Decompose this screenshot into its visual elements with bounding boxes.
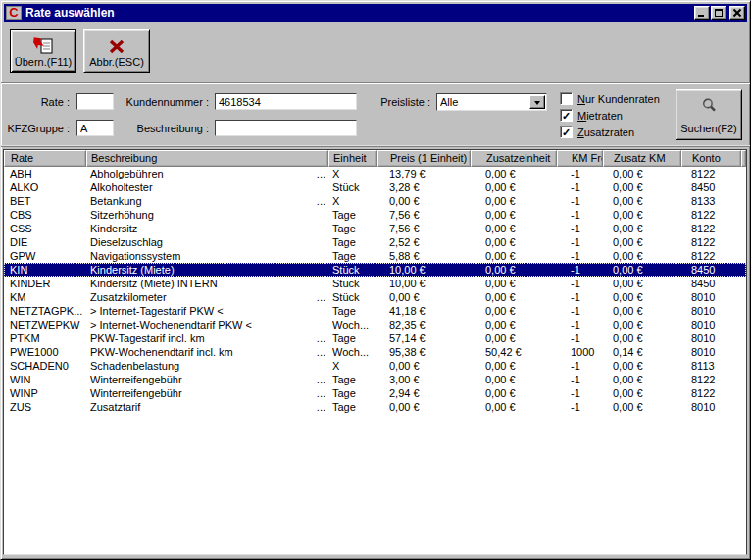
cell-zusatzeinheit: 0,00 € bbox=[471, 180, 557, 194]
column-header-zusatz-km[interactable]: Zusatz KM bbox=[603, 150, 681, 167]
beschreibung-text: Kindersitz bbox=[90, 222, 137, 235]
cell-beschreibung: Abholgebühren... bbox=[86, 167, 328, 180]
cell-einheit: Tage bbox=[328, 249, 377, 263]
apply-button[interactable]: Übern.(F11) bbox=[10, 29, 76, 73]
checkbox-zusatzraten[interactable]: ✓ Zusatzraten bbox=[560, 124, 660, 140]
table-row[interactable]: CSSKindersitzTage7,56 €0,00 €-10,00 €812… bbox=[4, 222, 746, 235]
column-header-km-frei[interactable]: KM Frei bbox=[557, 150, 603, 167]
cell-zusatz_km: 0,00 € bbox=[603, 235, 681, 249]
search-button[interactable]: Suchen(F2) bbox=[676, 89, 742, 140]
table-row[interactable]: BETBetankung...X0,00 €0,00 €-10,00 €8133 bbox=[4, 194, 746, 208]
cell-beschreibung: PKW-Wochenendtarif incl. km... bbox=[86, 345, 328, 359]
table-row[interactable]: WINWinterreifengebühr...Tage3,00 €0,00 €… bbox=[4, 373, 746, 386]
column-header-preis[interactable]: Preis (1 Einheit) bbox=[377, 150, 471, 167]
maximize-button[interactable] bbox=[711, 6, 726, 20]
beschreibung-label: Beschreibung : bbox=[117, 123, 209, 134]
cell-konto: 8010 bbox=[681, 345, 741, 359]
cell-konto: 8122 bbox=[681, 222, 741, 235]
cancel-button[interactable]: Abbr.(ESC) bbox=[83, 29, 150, 73]
beschreibung-text: Zusatzkilometer bbox=[90, 290, 167, 304]
table-row[interactable]: GPWNavigationssystemTage5,88 €0,00 €-10,… bbox=[4, 249, 746, 263]
cell-konto: 8122 bbox=[681, 208, 741, 222]
beschreibung-text: Schadenbelastung bbox=[90, 359, 179, 373]
beschreibung-text: Navigationssystem bbox=[90, 249, 180, 263]
cell-zusatz_km: 0,14 € bbox=[603, 345, 681, 359]
cell-einheit: Stück bbox=[328, 277, 377, 290]
cell-km_frei: -1 bbox=[557, 235, 603, 249]
dropdown-button[interactable] bbox=[529, 95, 545, 109]
cell-km_frei: -1 bbox=[557, 263, 603, 277]
rate-input[interactable] bbox=[76, 93, 114, 110]
checkbox-box[interactable]: ✓ bbox=[560, 109, 573, 122]
app-logo-icon: C bbox=[6, 6, 22, 20]
cell-konto: 8010 bbox=[681, 290, 741, 304]
checkbox-box[interactable]: ✓ bbox=[560, 92, 573, 105]
kfzgruppe-input[interactable] bbox=[76, 120, 114, 136]
table-row[interactable]: KINKindersitz (Miete)Stück10,00 €0,00 €-… bbox=[4, 263, 746, 277]
cell-zusatz_km: 0,00 € bbox=[603, 222, 681, 235]
table-row[interactable]: PTKMPKW-Tagestarif incl. km...Tage57,14 … bbox=[4, 331, 746, 345]
cell-zusatz_km: 0,00 € bbox=[603, 318, 681, 331]
cell-zusatzeinheit: 0,00 € bbox=[471, 400, 557, 414]
cell-preis: 0,00 € bbox=[377, 400, 471, 414]
beschreibung-text: > Internet-Tagestarif PKW < bbox=[90, 304, 224, 318]
table-row[interactable]: KINDERKindersitz (Miete) INTERNStück10,0… bbox=[4, 277, 746, 290]
column-header-rate[interactable]: Rate bbox=[4, 150, 86, 167]
table-row[interactable]: KMZusatzkilometer...Stück0,00 €0,00 €-10… bbox=[4, 290, 746, 304]
column-header-einheit[interactable]: Einheit bbox=[328, 150, 377, 167]
cell-preis: 0,00 € bbox=[377, 359, 471, 373]
cell-zusatzeinheit: 0,00 € bbox=[471, 194, 557, 208]
close-button[interactable] bbox=[729, 6, 745, 20]
column-header-zusatzeinheit[interactable]: Zusatzeinheit bbox=[471, 150, 557, 167]
cell-km_frei: 1000 bbox=[557, 345, 603, 359]
checkbox-box[interactable]: ✓ bbox=[560, 126, 573, 138]
cell-preis: 95,38 € bbox=[377, 345, 471, 359]
table-row[interactable]: ZUSZusatztarif...Tage0,00 €0,00 €-10,00 … bbox=[4, 400, 746, 414]
cell-rate: CSS bbox=[4, 222, 86, 235]
cell-km_frei: -1 bbox=[557, 167, 603, 180]
table-row[interactable]: DIEDieselzuschlagTage2,52 €0,00 €-10,00 … bbox=[4, 235, 746, 249]
table-row[interactable]: NETZWEPKW> Internet-Wochenendtarif PKW <… bbox=[4, 318, 746, 331]
kfzgruppe-label: KFZGruppe : bbox=[1, 123, 70, 134]
cell-zusatz_km: 0,00 € bbox=[603, 290, 681, 304]
checkbox-nur-kundenraten[interactable]: ✓ Nur Kundenraten bbox=[560, 90, 660, 107]
table-row[interactable]: SCHADEN0SchadenbelastungX0,00 €0,00 €-10… bbox=[4, 359, 746, 373]
table-row[interactable]: CBSSitzerhöhungTage7,56 €0,00 €-10,00 €8… bbox=[4, 208, 746, 222]
cell-konto: 8122 bbox=[681, 386, 741, 400]
beschreibung-input[interactable] bbox=[215, 120, 357, 136]
cell-zusatz_km: 0,00 € bbox=[603, 359, 681, 373]
cell-preis: 3,00 € bbox=[377, 373, 471, 386]
cell-rate: NETZTAGPK... bbox=[4, 304, 86, 318]
cell-beschreibung: Betankung... bbox=[86, 194, 328, 208]
cell-einheit: Tage bbox=[328, 235, 377, 249]
table-row[interactable]: WINPWinterreifengebühr...Tage2,94 €0,00 … bbox=[4, 386, 746, 400]
cell-zusatz_km: 0,00 € bbox=[603, 208, 681, 222]
preisliste-label: Preisliste : bbox=[370, 96, 430, 108]
cell-einheit: Tage bbox=[328, 386, 377, 400]
cell-rate: SCHADEN0 bbox=[4, 359, 86, 373]
preisliste-select[interactable]: Alle bbox=[436, 93, 547, 111]
cell-beschreibung: Zusatzkilometer... bbox=[86, 290, 328, 304]
dialog-window: C Rate auswählen Übern.(F11) bbox=[0, 0, 751, 560]
minimize-button[interactable] bbox=[694, 6, 710, 20]
cell-zusatz_km: 0,00 € bbox=[603, 331, 681, 345]
table-row[interactable]: ABHAbholgebühren...X13,79 €0,00 €-10,00 … bbox=[4, 167, 746, 180]
checkbox-label: Zusatzraten bbox=[577, 127, 634, 138]
table-row[interactable]: ALKOAlkoholtesterStück3,28 €0,00 €-10,00… bbox=[4, 180, 746, 194]
truncation-ellipsis: ... bbox=[317, 194, 328, 208]
checkbox-mietraten[interactable]: ✓ Mietraten bbox=[560, 107, 660, 124]
grid-body: ABHAbholgebühren...X13,79 €0,00 €-10,00 … bbox=[4, 167, 746, 554]
table-row[interactable]: NETZTAGPK...> Internet-Tagestarif PKW <T… bbox=[4, 304, 746, 318]
table-row[interactable]: PWE1000PKW-Wochenendtarif incl. km...Woc… bbox=[4, 345, 746, 359]
cell-preis: 3,28 € bbox=[377, 180, 471, 194]
close-icon bbox=[732, 8, 742, 18]
cell-beschreibung: > Internet-Tagestarif PKW < bbox=[86, 304, 328, 318]
preisliste-selected-value: Alle bbox=[437, 96, 529, 108]
cell-konto: 8122 bbox=[681, 373, 741, 386]
column-header-beschreibung[interactable]: Beschreibung bbox=[86, 150, 328, 167]
kundennummer-input[interactable] bbox=[215, 93, 357, 110]
truncation-ellipsis: ... bbox=[317, 386, 328, 400]
column-header-konto[interactable]: Konto bbox=[681, 150, 741, 167]
search-button-label: Suchen(F2) bbox=[680, 123, 736, 134]
cell-einheit: Tage bbox=[328, 222, 377, 235]
